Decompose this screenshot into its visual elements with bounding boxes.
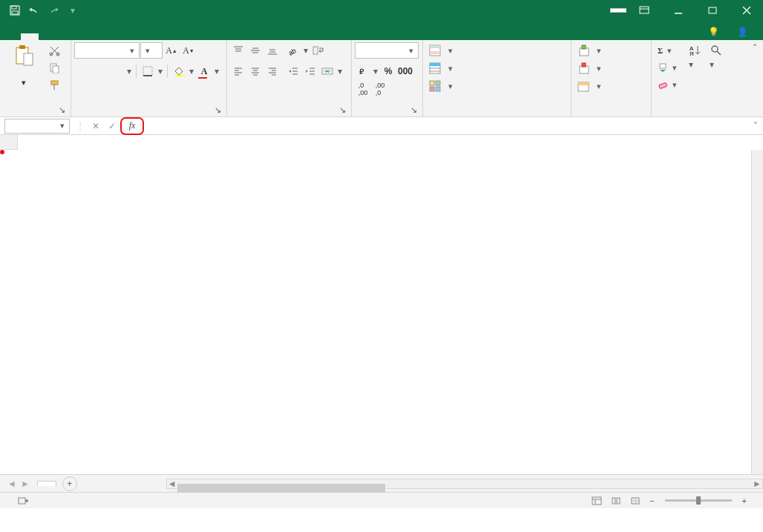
zoom-out-button[interactable]: − bbox=[646, 496, 657, 505]
undo-icon[interactable] bbox=[25, 1, 43, 19]
redo-icon[interactable] bbox=[45, 1, 62, 19]
tab-file[interactable] bbox=[3, 33, 21, 40]
underline-dropdown[interactable]: ▾ bbox=[125, 66, 133, 76]
border-icon[interactable] bbox=[140, 63, 156, 79]
increase-indent-icon[interactable] bbox=[302, 63, 318, 79]
copy-icon[interactable] bbox=[46, 59, 62, 76]
svg-rect-1 bbox=[12, 6, 16, 9]
paste-icon bbox=[12, 44, 36, 68]
align-top-icon[interactable] bbox=[230, 42, 246, 59]
percent-icon[interactable]: % bbox=[380, 63, 396, 79]
svg-rect-70 bbox=[659, 82, 667, 88]
format-painter-icon[interactable] bbox=[46, 76, 62, 93]
underline-button[interactable] bbox=[108, 63, 125, 79]
ribbon: ▾ ↘ ▾ ▾ A▲ A▼ ▾ bbox=[0, 40, 763, 117]
minimize-icon[interactable] bbox=[662, 0, 695, 21]
format-table-button[interactable]: ▾ bbox=[426, 60, 568, 76]
tab-data[interactable] bbox=[92, 33, 110, 40]
fill-dropdown[interactable]: ▾ bbox=[188, 66, 195, 76]
sheet-nav-next-icon[interactable]: ► bbox=[21, 479, 30, 489]
increase-decimal-icon[interactable]: ,0,00 bbox=[355, 81, 371, 97]
accept-formula-icon[interactable]: ✓ bbox=[104, 119, 120, 134]
add-sheet-icon[interactable]: + bbox=[62, 476, 77, 491]
italic-button[interactable] bbox=[91, 63, 108, 79]
select-all-corner[interactable] bbox=[0, 135, 18, 150]
delete-cell-icon bbox=[577, 62, 589, 74]
font-launcher[interactable]: ↘ bbox=[213, 105, 222, 114]
share-button[interactable]: 👤 bbox=[731, 24, 757, 40]
decrease-indent-icon[interactable] bbox=[285, 63, 301, 79]
align-middle-icon[interactable] bbox=[247, 42, 263, 59]
tab-help[interactable] bbox=[163, 33, 181, 40]
fill-button[interactable]: ▾ bbox=[655, 59, 681, 76]
normal-view-icon[interactable] bbox=[589, 495, 605, 507]
find-select-button[interactable] bbox=[708, 42, 724, 59]
sort-filter-button[interactable]: АЯ bbox=[687, 42, 704, 59]
page-layout-view-icon[interactable] bbox=[608, 495, 624, 507]
align-left-icon[interactable] bbox=[230, 63, 246, 79]
group-styles: ▾ ▾ ▾ bbox=[423, 40, 572, 116]
macro-record-icon[interactable] bbox=[18, 496, 28, 505]
zoom-in-button[interactable]: + bbox=[739, 496, 750, 505]
ribbon-display-icon[interactable] bbox=[628, 0, 661, 21]
save-icon[interactable] bbox=[6, 1, 24, 19]
qat-dropdown-icon[interactable]: ▾ bbox=[64, 1, 82, 19]
decrease-decimal-icon[interactable]: ,00,0 bbox=[372, 81, 388, 97]
border-dropdown[interactable]: ▾ bbox=[157, 66, 164, 76]
insert-cells-button[interactable]: ▾ bbox=[574, 42, 648, 59]
cut-icon[interactable] bbox=[46, 42, 62, 59]
sheet-tab[interactable] bbox=[37, 481, 56, 486]
delete-cells-button[interactable]: ▾ bbox=[574, 60, 648, 76]
font-size-select[interactable]: ▾ bbox=[140, 42, 163, 59]
page-break-view-icon[interactable] bbox=[627, 495, 644, 507]
align-bottom-icon[interactable] bbox=[264, 42, 281, 59]
align-center-icon[interactable] bbox=[247, 63, 263, 79]
horizontal-scrollbar[interactable]: ◄ ► bbox=[166, 479, 763, 489]
expand-formula-bar-icon[interactable]: ˅ bbox=[748, 121, 763, 131]
shrink-font-icon[interactable]: A▼ bbox=[180, 42, 197, 59]
tab-home[interactable] bbox=[21, 33, 39, 40]
clipboard-launcher[interactable]: ↘ bbox=[57, 105, 66, 114]
cancel-formula-icon[interactable]: ✕ bbox=[88, 119, 104, 134]
number-format-select[interactable]: ▾ bbox=[355, 42, 419, 59]
paste-button[interactable]: ▾ bbox=[3, 42, 45, 88]
zoom-slider[interactable] bbox=[665, 499, 732, 502]
insert-function-icon[interactable]: fx bbox=[124, 119, 140, 134]
vertical-scrollbar[interactable] bbox=[751, 150, 763, 474]
conditional-format-button[interactable]: ▾ bbox=[426, 42, 568, 59]
bold-button[interactable] bbox=[74, 63, 91, 79]
align-right-icon[interactable] bbox=[264, 63, 281, 79]
tab-layout[interactable] bbox=[56, 33, 74, 40]
tab-developer[interactable] bbox=[145, 33, 163, 40]
tab-formulas[interactable] bbox=[74, 33, 92, 40]
login-button[interactable] bbox=[610, 8, 626, 13]
alignment-launcher[interactable]: ↘ bbox=[338, 105, 347, 114]
tab-view[interactable] bbox=[128, 33, 145, 40]
tab-insert[interactable] bbox=[39, 33, 56, 40]
orientation-icon[interactable]: ab bbox=[285, 42, 301, 59]
accounting-icon[interactable]: ₽ bbox=[355, 63, 371, 79]
merge-icon[interactable] bbox=[319, 63, 335, 79]
font-name-select[interactable]: ▾ bbox=[74, 42, 140, 59]
cells-area[interactable] bbox=[0, 150, 751, 474]
fontcolor-dropdown[interactable]: ▾ bbox=[213, 66, 220, 76]
grow-font-icon[interactable]: A▲ bbox=[163, 42, 180, 59]
cell-styles-button[interactable]: ▾ bbox=[426, 78, 568, 94]
autosum-button[interactable]: Σ▾ bbox=[655, 42, 681, 59]
fill-color-icon[interactable] bbox=[171, 63, 187, 79]
name-box[interactable]: ▾ bbox=[4, 119, 70, 134]
tell-me[interactable]: 💡 bbox=[702, 24, 728, 40]
font-color-icon[interactable]: A bbox=[196, 63, 212, 79]
format-cells-button[interactable]: ▾ bbox=[574, 78, 648, 94]
sheet-nav-prev-icon[interactable]: ◄ bbox=[7, 479, 16, 489]
wrap-text-icon[interactable] bbox=[310, 42, 327, 59]
close-icon[interactable] bbox=[730, 0, 763, 21]
maximize-icon[interactable] bbox=[696, 0, 729, 21]
formula-input[interactable] bbox=[144, 119, 748, 134]
tab-review[interactable] bbox=[110, 33, 128, 40]
svg-text:₽: ₽ bbox=[359, 68, 364, 76]
collapse-ribbon-icon[interactable]: ˄ bbox=[748, 42, 762, 55]
number-launcher[interactable]: ↘ bbox=[409, 105, 418, 114]
comma-icon[interactable]: 000 bbox=[397, 63, 413, 79]
clear-button[interactable]: ▾ bbox=[655, 76, 681, 93]
